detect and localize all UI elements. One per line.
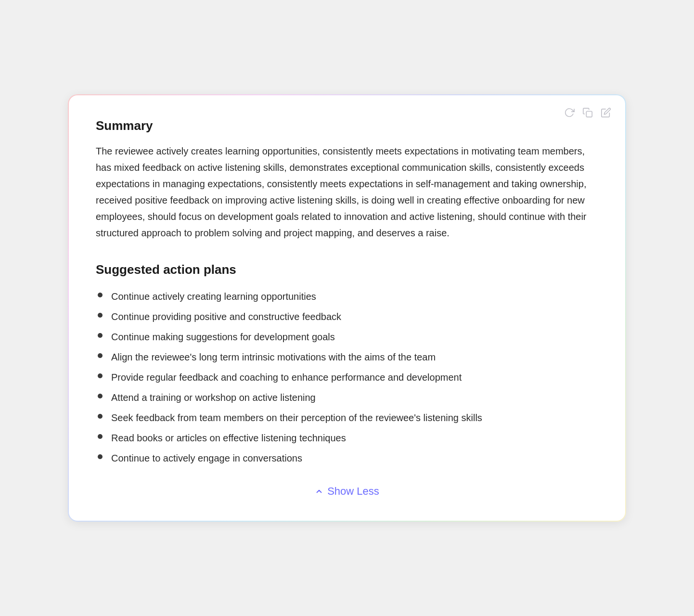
bullet-icon <box>98 373 103 378</box>
list-item-text: Attend a training or workshop on active … <box>111 390 316 405</box>
list-item-text: Provide regular feedback and coaching to… <box>111 370 462 385</box>
list-item-text: Continue providing positive and construc… <box>111 309 341 324</box>
show-less-container: Show Less <box>96 481 598 501</box>
toolbar <box>564 107 612 118</box>
bullet-icon <box>98 353 103 358</box>
bullet-icon <box>98 293 103 297</box>
edit-icon[interactable] <box>600 107 612 118</box>
refresh-icon[interactable] <box>564 107 575 118</box>
bullet-icon <box>98 333 103 338</box>
list-item: Attend a training or workshop on active … <box>96 390 598 405</box>
summary-text: The reviewee actively creates learning o… <box>96 143 598 241</box>
list-item: Continue actively creating learning oppo… <box>96 289 598 304</box>
bullet-icon <box>98 454 103 459</box>
bullet-icon <box>98 414 103 419</box>
action-plans-title: Suggested action plans <box>96 262 598 277</box>
show-less-button[interactable]: Show Less <box>307 481 387 501</box>
list-item: Continue to actively engage in conversat… <box>96 450 598 466</box>
list-item-text: Continue actively creating learning oppo… <box>111 289 316 304</box>
list-item: Continue providing positive and construc… <box>96 309 598 324</box>
summary-title: Summary <box>96 118 598 133</box>
card-wrapper: Summary The reviewee actively creates le… <box>68 94 626 522</box>
card-inner: Summary The reviewee actively creates le… <box>69 95 625 521</box>
list-item-text: Continue to actively engage in conversat… <box>111 450 302 466</box>
list-item: Read books or articles on effective list… <box>96 430 598 446</box>
list-item: Provide regular feedback and coaching to… <box>96 370 598 385</box>
list-item: Continue making suggestions for developm… <box>96 329 598 345</box>
action-plans-list: Continue actively creating learning oppo… <box>96 289 598 466</box>
bullet-icon <box>98 394 103 398</box>
list-item-text: Seek feedback from team members on their… <box>111 410 482 425</box>
bullet-icon <box>98 313 103 318</box>
chevron-up-icon <box>315 487 323 496</box>
list-item-text: Continue making suggestions for developm… <box>111 329 335 345</box>
svg-rect-0 <box>586 111 592 117</box>
list-item: Seek feedback from team members on their… <box>96 410 598 425</box>
list-item-text: Read books or articles on effective list… <box>111 430 346 446</box>
list-item-text: Align the reviewee's long term intrinsic… <box>111 349 436 365</box>
copy-icon[interactable] <box>582 107 593 118</box>
show-less-label: Show Less <box>327 485 379 498</box>
bullet-icon <box>98 434 103 439</box>
list-item: Align the reviewee's long term intrinsic… <box>96 349 598 365</box>
